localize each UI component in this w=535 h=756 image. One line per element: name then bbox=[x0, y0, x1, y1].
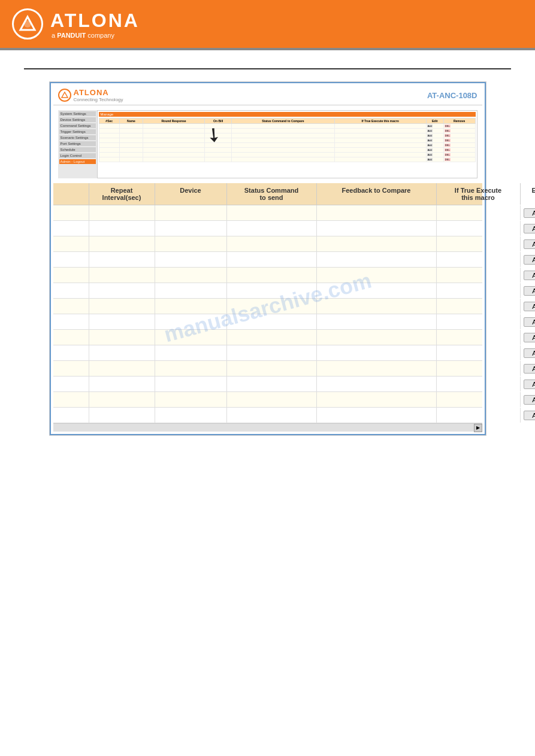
svg-point-0 bbox=[24, 20, 31, 28]
main-table-wrapper: manualsarchive.com RepeatInterval(sec) D… bbox=[53, 183, 482, 432]
td-check-2 bbox=[53, 221, 89, 236]
logo-container: ATLONA a PANDUIT company bbox=[12, 8, 140, 40]
td-edit-2[interactable]: Add bbox=[521, 221, 536, 236]
mini-main: Manage #Sec Name Round Response On Bill … bbox=[97, 110, 477, 178]
th-checkbox bbox=[53, 183, 89, 205]
logo-text: ATLONA bbox=[50, 10, 140, 32]
table-row: Add DEL ▼ bbox=[53, 408, 482, 423]
mini-sidebar-device: Device Settings bbox=[59, 117, 96, 122]
table-row: AddDEL bbox=[53, 345, 482, 361]
add-button-12[interactable]: Add bbox=[524, 379, 535, 389]
td-device-2 bbox=[155, 221, 227, 236]
mini-main-header: Manage bbox=[99, 112, 476, 117]
table-row: AddDEL bbox=[53, 252, 482, 268]
table-body: Add 🖱 DEL bbox=[53, 205, 482, 423]
page-header: ATLONA a PANDUIT company bbox=[0, 0, 535, 48]
add-button-8[interactable]: Add bbox=[524, 317, 535, 327]
td-iftrue-1 bbox=[437, 205, 521, 220]
mini-sidebar: System Settings Device Settings Command … bbox=[58, 110, 97, 178]
mini-sidebar-trigger: Trigger Settings bbox=[59, 129, 96, 134]
table-row: AddDEL bbox=[53, 236, 482, 252]
th-status-cmd: Status Commandto send bbox=[227, 183, 317, 205]
screenshot-container: ATLONA Connecting Technology AT-ANC-108D… bbox=[49, 81, 486, 436]
table-row: AddDEL bbox=[53, 330, 482, 345]
add-button-7[interactable]: Add bbox=[524, 302, 535, 311]
td-status-2 bbox=[227, 221, 317, 236]
table-row: AddDEL bbox=[53, 268, 482, 283]
horizontal-scrollbar: ▶ bbox=[53, 423, 482, 432]
th-if-true: If True Executethis macro bbox=[437, 183, 521, 205]
page-content: ATLONA Connecting Technology AT-ANC-108D… bbox=[0, 50, 535, 466]
mini-table: #Sec Name Round Response On Bill Status … bbox=[99, 118, 476, 162]
inner-screenshot: ATLONA Connecting Technology AT-ANC-108D… bbox=[50, 82, 486, 435]
td-feedback-2 bbox=[317, 221, 437, 236]
inner-logo-text: ATLONA bbox=[74, 88, 123, 97]
section-rule bbox=[24, 68, 511, 69]
mini-sidebar-admin: Admin - Logout bbox=[59, 159, 96, 164]
inner-logo-tagline: Connecting Technology bbox=[74, 97, 123, 102]
table-row: AddDEL bbox=[53, 314, 482, 330]
table-row: Add DEL bbox=[53, 221, 482, 236]
inner-logo-circle-icon bbox=[58, 89, 71, 102]
add-button-14[interactable]: Add bbox=[524, 411, 535, 420]
mini-preview: System Settings Device Settings Command … bbox=[53, 105, 482, 183]
inner-model-text: AT-ANC-108D bbox=[427, 91, 477, 100]
add-button-5[interactable]: Add bbox=[524, 271, 535, 280]
mini-sidebar-schedule: Schedule bbox=[59, 147, 96, 152]
add-button-6[interactable]: Add bbox=[524, 286, 535, 296]
add-button-13[interactable]: Add bbox=[524, 395, 535, 405]
add-button-9[interactable]: Add bbox=[524, 333, 535, 342]
add-button-11[interactable]: Add bbox=[524, 364, 535, 374]
table-header: RepeatInterval(sec) Device Status Comman… bbox=[53, 183, 482, 205]
mini-sidebar-port: Port Settings bbox=[59, 141, 96, 146]
table-row: AddDEL bbox=[53, 361, 482, 377]
scroll-right-button[interactable]: ▶ bbox=[474, 424, 482, 432]
table-row: AddDEL bbox=[53, 299, 482, 314]
table-row: AddDEL bbox=[53, 377, 482, 392]
td-iftrue-2 bbox=[437, 221, 521, 236]
table-row: AddDEL bbox=[53, 283, 482, 299]
add-button-4[interactable]: Add bbox=[524, 255, 535, 265]
td-status-1 bbox=[227, 205, 317, 220]
td-repeat-1 bbox=[89, 205, 155, 220]
th-edit: Edit bbox=[521, 183, 536, 205]
th-repeat: RepeatInterval(sec) bbox=[89, 183, 155, 205]
mini-sidebar-command: Command Settings bbox=[59, 123, 96, 128]
td-edit-1[interactable]: Add 🖱 bbox=[521, 205, 536, 220]
table-row: AddDEL bbox=[53, 392, 482, 408]
td-device-1 bbox=[155, 205, 227, 220]
add-button-1[interactable]: Add 🖱 bbox=[524, 208, 535, 218]
logo-tagline: a PANDUIT company bbox=[52, 32, 140, 39]
logo-circle-icon bbox=[12, 8, 43, 40]
mini-sidebar-system: System Settings bbox=[59, 111, 96, 116]
th-device: Device bbox=[155, 183, 227, 205]
add-button-2[interactable]: Add bbox=[524, 224, 535, 233]
mini-sidebar-scenario: Scenario Settings bbox=[59, 135, 96, 140]
table-row: Add 🖱 DEL bbox=[53, 205, 482, 221]
add-button-3[interactable]: Add bbox=[524, 239, 535, 249]
th-feedback: Feedback to Compare bbox=[317, 183, 437, 205]
mini-sidebar-login: Login Control bbox=[59, 153, 96, 158]
add-button-10[interactable]: Add bbox=[524, 348, 535, 358]
inner-logo: ATLONA Connecting Technology bbox=[58, 88, 123, 102]
td-feedback-1 bbox=[317, 205, 437, 220]
td-check-1 bbox=[53, 205, 89, 220]
td-repeat-2 bbox=[89, 221, 155, 236]
inner-top-bar: ATLONA Connecting Technology AT-ANC-108D bbox=[53, 86, 482, 105]
